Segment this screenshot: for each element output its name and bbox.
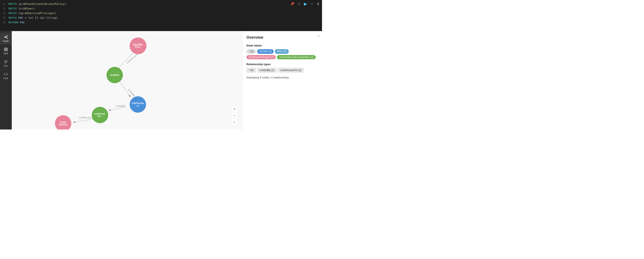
relationship-types-row: * (4) LimitedBy (2) LimitsAccessTo (2) — [246, 68, 318, 72]
sidebar-item-text[interactable]: Text — [0, 58, 12, 69]
svg-text:LimitsAccessTo: LimitsAccessTo — [126, 53, 138, 64]
node-print[interactable]: 66ea6682-Print... — [130, 37, 146, 54]
sidebar-item-table[interactable]: Table — [0, 45, 12, 57]
svg-line-21 — [73, 119, 94, 123]
zoom-fit-button[interactable]: ⤢ — [231, 119, 238, 125]
node-captestuser[interactable]: CAPTestUser — [130, 96, 146, 113]
tag-azserviceprincipal[interactable]: AZServicePrincipal (2) — [246, 55, 276, 59]
code-line-1: 1 MATCH (p:AZConditionalAccessPolicy) — [0, 2, 322, 6]
editor-toolbar: 📌 ⤢ ▶ ☆ ⬇ — [290, 1, 320, 6]
text-label: Text — [4, 65, 8, 67]
tag-azconditional[interactable]: AZConditionalAccessPolicy (2) — [277, 55, 316, 59]
code-label: Code — [3, 77, 8, 79]
svg-line-17 — [119, 80, 131, 97]
download-icon[interactable]: ⬇ — [317, 2, 320, 6]
rel-tag-all[interactable]: * (4) — [246, 68, 256, 72]
code-line-4: 4 MATCH POC = (u)-[]-(p)-[]→(sp) — [0, 15, 322, 20]
sidebar: Graph Table Text Code — [0, 31, 12, 129]
svg-text:LimitedBy: LimitedBy — [116, 105, 125, 107]
node-conditional[interactable]: conditional_acc... — [92, 107, 108, 123]
code-line-2: 2 MATCH (u:AZUser) — [0, 6, 322, 11]
svg-line-3 — [5, 36, 6, 37]
code-icon — [4, 72, 8, 76]
svg-line-4 — [5, 37, 6, 38]
svg-rect-6 — [4, 48, 7, 51]
overview-title: Overview — [246, 35, 318, 40]
zoom-in-button[interactable]: + — [231, 106, 238, 112]
pin-icon[interactable]: 📌 — [290, 2, 294, 6]
graph-icon — [4, 35, 8, 39]
panel-toggle[interactable]: › — [318, 34, 320, 38]
graph-svg: LimitsAccessTo LimitedBy LimitedBy Limit… — [12, 31, 242, 129]
graph-label: Graph — [3, 40, 9, 42]
status-text: Displaying 5 nodes, 4 relationships. — [246, 76, 318, 79]
code-line-5: 5 RETURN POC — [0, 20, 322, 25]
rel-tag-limitedby[interactable]: LimitedBy (2) — [257, 68, 277, 72]
zoom-controls: + − ⤢ — [231, 106, 238, 125]
node-labels-row: * (5) AZUser (1) Base (5) AZServicePrinc… — [246, 49, 318, 59]
tag-azuser[interactable]: AZUser (1) — [257, 49, 274, 54]
svg-point-0 — [4, 36, 5, 37]
table-label: Table — [3, 52, 8, 55]
svg-point-2 — [7, 38, 7, 38]
graph-canvas[interactable]: LimitsAccessTo LimitedBy LimitedBy Limit… — [12, 31, 242, 129]
svg-text:LimitsAccessTo: LimitsAccessTo — [79, 116, 94, 119]
code-line-3: 3 MATCH (sp:AZServicePrincipal) — [0, 11, 322, 15]
relationship-types-title: Relationship types — [246, 63, 318, 66]
rel-tag-limitsaccessto[interactable]: LimitsAccessTo (2) — [278, 68, 304, 72]
tag-all[interactable]: * (5) — [246, 49, 256, 54]
right-panel: › Overview Node labels * (5) AZUser (1) … — [242, 31, 322, 129]
node-testpoc[interactable]: TestPOC — [106, 67, 123, 83]
editor-area: 📌 ⤢ ▶ ☆ ⬇ 1 MATCH (p:AZConditionalAccess… — [0, 0, 322, 31]
node-labels-title: Node labels — [246, 44, 318, 47]
svg-point-1 — [7, 35, 7, 36]
node-graph-explorer[interactable]: Graph Explorer — [55, 115, 71, 129]
tag-base[interactable]: Base (5) — [275, 49, 288, 54]
play-button[interactable]: ▶ — [304, 1, 307, 6]
zoom-out-button[interactable]: − — [231, 112, 238, 119]
star-icon[interactable]: ☆ — [310, 2, 313, 6]
svg-line-19 — [108, 107, 126, 111]
text-icon — [4, 60, 8, 64]
sidebar-item-code[interactable]: Code — [0, 70, 12, 82]
main-area: Graph Table Text Code — [0, 31, 322, 129]
table-icon — [4, 47, 8, 51]
expand-icon[interactable]: ⤢ — [298, 2, 300, 6]
sidebar-item-graph[interactable]: Graph — [0, 33, 12, 44]
svg-text:LimitedBy: LimitedBy — [128, 88, 135, 97]
